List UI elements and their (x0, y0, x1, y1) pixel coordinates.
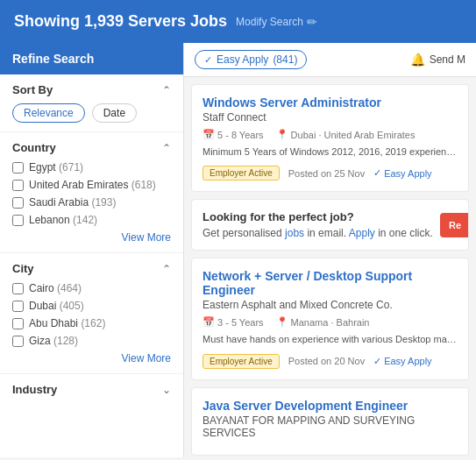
pencil-icon: ✏ (307, 15, 317, 29)
city-header: City ⌃ (12, 262, 171, 275)
personalised-text-part3: in one click. (375, 227, 433, 239)
country-saudi: Saudi Arabia (193) (12, 196, 171, 209)
easy-apply-btn-2[interactable]: ✓ Easy Apply (373, 356, 431, 367)
relevance-sort-button[interactable]: Relevance (12, 103, 85, 123)
pin-icon-2: 📍 (276, 316, 288, 328)
page-header: Showing 1,939 Servers Jobs Modify Search… (0, 0, 476, 43)
city-view-more[interactable]: View More (12, 352, 171, 364)
location-meta-2: 📍 Manama · Bahrain (276, 316, 370, 328)
country-lebanon-label: Lebanon (142) (29, 214, 97, 226)
tick-icon-1: ✓ (373, 167, 381, 179)
country-label: Country (12, 141, 56, 154)
country-uae: United Arab Emirates (618) (12, 179, 171, 191)
filter-bar: ✓ Easy Apply (841) 🔔 Send M (184, 43, 476, 77)
country-egypt: Egypt (671) (12, 161, 171, 173)
job-description-1: Minimum 5 Years of Windows 2012, 2016, 2… (202, 145, 458, 159)
city-giza-checkbox[interactable] (12, 336, 24, 347)
job-card-3: Java Server Development Engineer BAYANAT… (191, 387, 469, 456)
country-egypt-label: Egypt (671) (29, 161, 83, 173)
city-dubai: Dubai (405) (12, 300, 171, 312)
city-label: City (12, 262, 34, 275)
job-description-2: Must have hands on experience with vario… (202, 333, 458, 346)
easy-apply-filter[interactable]: ✓ Easy Apply (841) (195, 50, 307, 69)
city-cairo-checkbox[interactable] (12, 283, 24, 294)
apply-link[interactable]: Apply (349, 227, 375, 239)
country-list: Egypt (671) United Arab Emirates (618) S… (12, 161, 171, 226)
sort-by-header: Sort By ⌃ (12, 83, 171, 96)
job-meta-2: 📅 3 - 5 Years 📍 Manama · Bahrain (202, 316, 458, 328)
country-saudi-label: Saudi Arabia (193) (29, 196, 116, 209)
city-dubai-checkbox[interactable] (12, 301, 24, 312)
job-footer-1: Employer Active Posted on 25 Nov ✓ Easy … (202, 166, 458, 180)
country-egypt-checkbox[interactable] (12, 162, 24, 173)
easy-apply-label-1: Easy Apply (384, 168, 431, 179)
country-view-more[interactable]: View More (12, 231, 171, 244)
city-dubai-label: Dubai (405) (29, 300, 84, 312)
experience-meta-1: 📅 5 - 8 Years (202, 129, 264, 140)
pin-icon-1: 📍 (276, 129, 288, 140)
industry-header[interactable]: Industry ⌄ (12, 383, 171, 396)
personalised-text-part1: Get personalised (202, 227, 285, 239)
personalised-text-part2: in email. (304, 227, 349, 239)
personalised-card: Looking for the perfect job? Get persona… (191, 199, 469, 251)
content-area: ✓ Easy Apply (841) 🔔 Send M Windows Serv… (184, 43, 476, 457)
city-giza: Giza (128) (12, 335, 171, 347)
send-me-label: Send M (430, 53, 465, 66)
city-abudhabi-checkbox[interactable] (12, 318, 24, 329)
country-uae-label: United Arab Emirates (618) (29, 179, 156, 191)
send-me-button[interactable]: 🔔 Send M (410, 53, 465, 67)
sort-by-label: Sort By (12, 83, 53, 96)
easy-apply-label-2: Easy Apply (384, 356, 431, 366)
date-sort-button[interactable]: Date (92, 103, 137, 123)
city-cairo: Cairo (464) (12, 282, 171, 294)
sort-by-section: Sort By ⌃ Relevance Date (0, 74, 183, 132)
country-section: Country ⌃ Egypt (671) United Arab Emirat… (0, 132, 183, 253)
industry-chevron-icon: ⌄ (162, 384, 171, 396)
jobs-link[interactable]: jobs (285, 227, 304, 239)
main-layout: Refine Search Sort By ⌃ Relevance Date C… (0, 43, 476, 457)
easy-apply-count: (841) (273, 53, 297, 66)
experience-1: 5 - 8 Years (217, 130, 264, 140)
sort-buttons: Relevance Date (12, 103, 171, 123)
country-chevron-icon: ⌃ (162, 142, 171, 154)
sidebar: Refine Search Sort By ⌃ Relevance Date C… (0, 43, 184, 457)
country-lebanon-checkbox[interactable] (12, 215, 24, 226)
company-name-2: Eastern Asphalt and Mixed Concrete Co. (202, 299, 458, 311)
company-name-1: Staff Connect (202, 111, 458, 124)
sidebar-title: Refine Search (0, 43, 183, 74)
posted-date-2: Posted on 20 Nov (288, 356, 365, 366)
briefcase-icon-1: 📅 (202, 129, 215, 140)
country-lebanon: Lebanon (142) (12, 214, 171, 226)
experience-meta-2: 📅 3 - 5 Years (202, 316, 264, 328)
city-abudhabi-label: Abu Dhabi (162) (29, 317, 105, 329)
sort-by-chevron-icon: ⌃ (162, 84, 171, 96)
job-card-1: Windows Server Administrator Staff Conne… (191, 84, 469, 192)
city-abudhabi: Abu Dhabi (162) (12, 317, 171, 329)
industry-label: Industry (12, 383, 57, 396)
personalised-title: Looking for the perfect job? (202, 210, 458, 223)
job-title-3[interactable]: Java Server Development Engineer (202, 399, 458, 413)
personalised-text: Get personalised jobs in email. Apply in… (202, 227, 458, 239)
modify-search-link[interactable]: Modify Search ✏ (236, 15, 317, 29)
location-2: Manama · Bahrain (291, 317, 370, 328)
country-saudi-checkbox[interactable] (12, 197, 24, 209)
experience-2: 3 - 5 Years (217, 317, 264, 328)
industry-section: Industry ⌄ (0, 374, 183, 412)
register-button[interactable]: Re (440, 213, 469, 237)
bell-icon: 🔔 (410, 53, 425, 67)
briefcase-icon-2: 📅 (202, 316, 215, 328)
easy-apply-label: Easy Apply (217, 53, 268, 66)
job-footer-2: Employer Active Posted on 20 Nov ✓ Easy … (202, 354, 458, 369)
location-meta-1: 📍 Dubai · United Arab Emirates (276, 129, 416, 140)
employer-badge-2: Employer Active (202, 354, 280, 369)
location-1: Dubai · United Arab Emirates (291, 130, 416, 140)
company-name-3: BAYANAT FOR MAPPING AND SURVEYING SERVIC… (202, 414, 458, 439)
easy-apply-btn-1[interactable]: ✓ Easy Apply (373, 167, 431, 179)
page-title: Showing 1,939 Servers Jobs (14, 12, 227, 31)
country-uae-checkbox[interactable] (12, 180, 24, 191)
job-title-2[interactable]: Network + Server / Desktop Support Engin… (202, 269, 458, 297)
city-section: City ⌃ Cairo (464) Dubai (405) Abu Dhabi… (0, 253, 183, 374)
job-title-1[interactable]: Windows Server Administrator (202, 96, 458, 110)
employer-badge-1: Employer Active (202, 166, 280, 180)
country-header: Country ⌃ (12, 141, 171, 154)
